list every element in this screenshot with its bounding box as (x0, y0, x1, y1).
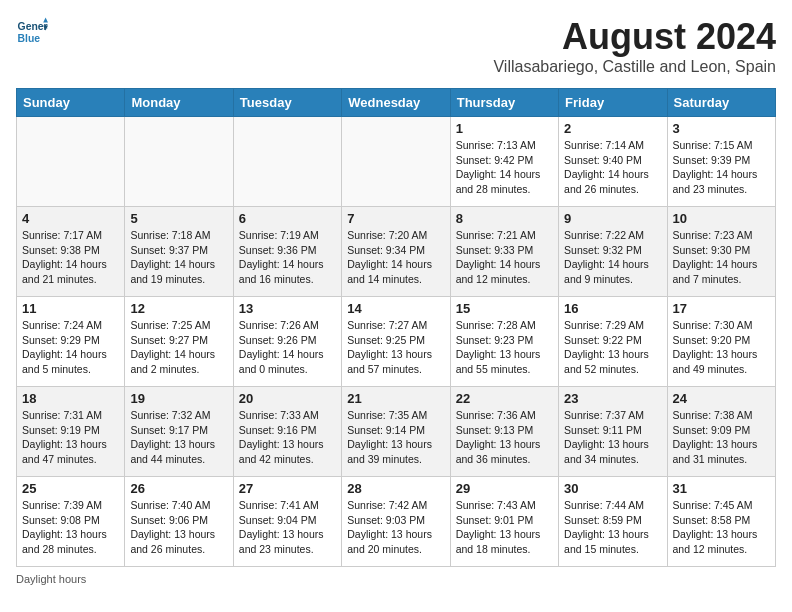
calendar-cell: 14Sunrise: 7:27 AM Sunset: 9:25 PM Dayli… (342, 297, 450, 387)
day-info: Sunrise: 7:21 AM Sunset: 9:33 PM Dayligh… (456, 228, 553, 287)
day-number: 13 (239, 301, 336, 316)
calendar-cell: 30Sunrise: 7:44 AM Sunset: 8:59 PM Dayli… (559, 477, 667, 567)
calendar-cell: 9Sunrise: 7:22 AM Sunset: 9:32 PM Daylig… (559, 207, 667, 297)
day-info: Sunrise: 7:14 AM Sunset: 9:40 PM Dayligh… (564, 138, 661, 197)
footer-note: Daylight hours (16, 573, 776, 585)
day-number: 30 (564, 481, 661, 496)
calendar-cell: 21Sunrise: 7:35 AM Sunset: 9:14 PM Dayli… (342, 387, 450, 477)
day-info: Sunrise: 7:15 AM Sunset: 9:39 PM Dayligh… (673, 138, 770, 197)
weekday-header-saturday: Saturday (667, 89, 775, 117)
day-info: Sunrise: 7:23 AM Sunset: 9:30 PM Dayligh… (673, 228, 770, 287)
day-info: Sunrise: 7:28 AM Sunset: 9:23 PM Dayligh… (456, 318, 553, 377)
day-info: Sunrise: 7:30 AM Sunset: 9:20 PM Dayligh… (673, 318, 770, 377)
calendar-cell: 1Sunrise: 7:13 AM Sunset: 9:42 PM Daylig… (450, 117, 558, 207)
calendar-cell: 24Sunrise: 7:38 AM Sunset: 9:09 PM Dayli… (667, 387, 775, 477)
calendar-cell (233, 117, 341, 207)
calendar-cell (17, 117, 125, 207)
day-number: 23 (564, 391, 661, 406)
day-number: 27 (239, 481, 336, 496)
day-info: Sunrise: 7:35 AM Sunset: 9:14 PM Dayligh… (347, 408, 444, 467)
day-number: 12 (130, 301, 227, 316)
calendar-cell: 12Sunrise: 7:25 AM Sunset: 9:27 PM Dayli… (125, 297, 233, 387)
day-number: 20 (239, 391, 336, 406)
day-number: 19 (130, 391, 227, 406)
day-number: 24 (673, 391, 770, 406)
day-info: Sunrise: 7:45 AM Sunset: 8:58 PM Dayligh… (673, 498, 770, 557)
day-number: 22 (456, 391, 553, 406)
calendar-cell: 20Sunrise: 7:33 AM Sunset: 9:16 PM Dayli… (233, 387, 341, 477)
day-info: Sunrise: 7:22 AM Sunset: 9:32 PM Dayligh… (564, 228, 661, 287)
day-number: 26 (130, 481, 227, 496)
day-info: Sunrise: 7:36 AM Sunset: 9:13 PM Dayligh… (456, 408, 553, 467)
calendar-week-2: 4Sunrise: 7:17 AM Sunset: 9:38 PM Daylig… (17, 207, 776, 297)
day-info: Sunrise: 7:38 AM Sunset: 9:09 PM Dayligh… (673, 408, 770, 467)
calendar-cell: 19Sunrise: 7:32 AM Sunset: 9:17 PM Dayli… (125, 387, 233, 477)
day-number: 10 (673, 211, 770, 226)
day-number: 17 (673, 301, 770, 316)
calendar-cell (125, 117, 233, 207)
calendar-week-4: 18Sunrise: 7:31 AM Sunset: 9:19 PM Dayli… (17, 387, 776, 477)
svg-marker-2 (43, 18, 48, 23)
day-info: Sunrise: 7:13 AM Sunset: 9:42 PM Dayligh… (456, 138, 553, 197)
calendar-cell: 27Sunrise: 7:41 AM Sunset: 9:04 PM Dayli… (233, 477, 341, 567)
day-info: Sunrise: 7:24 AM Sunset: 9:29 PM Dayligh… (22, 318, 119, 377)
logo: General Blue (16, 16, 48, 48)
calendar-cell: 28Sunrise: 7:42 AM Sunset: 9:03 PM Dayli… (342, 477, 450, 567)
day-info: Sunrise: 7:43 AM Sunset: 9:01 PM Dayligh… (456, 498, 553, 557)
weekday-header-monday: Monday (125, 89, 233, 117)
day-number: 7 (347, 211, 444, 226)
calendar-cell: 7Sunrise: 7:20 AM Sunset: 9:34 PM Daylig… (342, 207, 450, 297)
day-info: Sunrise: 7:25 AM Sunset: 9:27 PM Dayligh… (130, 318, 227, 377)
day-number: 1 (456, 121, 553, 136)
day-number: 31 (673, 481, 770, 496)
day-number: 4 (22, 211, 119, 226)
header: General Blue August 2024 Villasabariego,… (16, 16, 776, 76)
weekday-header-friday: Friday (559, 89, 667, 117)
day-number: 2 (564, 121, 661, 136)
day-number: 25 (22, 481, 119, 496)
calendar-cell: 5Sunrise: 7:18 AM Sunset: 9:37 PM Daylig… (125, 207, 233, 297)
calendar-week-5: 25Sunrise: 7:39 AM Sunset: 9:08 PM Dayli… (17, 477, 776, 567)
svg-text:Blue: Blue (18, 33, 41, 44)
day-info: Sunrise: 7:31 AM Sunset: 9:19 PM Dayligh… (22, 408, 119, 467)
day-number: 11 (22, 301, 119, 316)
svg-text:General: General (18, 21, 48, 32)
day-info: Sunrise: 7:44 AM Sunset: 8:59 PM Dayligh… (564, 498, 661, 557)
day-info: Sunrise: 7:42 AM Sunset: 9:03 PM Dayligh… (347, 498, 444, 557)
day-info: Sunrise: 7:33 AM Sunset: 9:16 PM Dayligh… (239, 408, 336, 467)
day-number: 8 (456, 211, 553, 226)
day-info: Sunrise: 7:27 AM Sunset: 9:25 PM Dayligh… (347, 318, 444, 377)
day-number: 5 (130, 211, 227, 226)
day-info: Sunrise: 7:26 AM Sunset: 9:26 PM Dayligh… (239, 318, 336, 377)
calendar-cell: 29Sunrise: 7:43 AM Sunset: 9:01 PM Dayli… (450, 477, 558, 567)
calendar-week-3: 11Sunrise: 7:24 AM Sunset: 9:29 PM Dayli… (17, 297, 776, 387)
day-info: Sunrise: 7:41 AM Sunset: 9:04 PM Dayligh… (239, 498, 336, 557)
location-title: Villasabariego, Castille and Leon, Spain (493, 58, 776, 76)
day-info: Sunrise: 7:17 AM Sunset: 9:38 PM Dayligh… (22, 228, 119, 287)
calendar-cell: 6Sunrise: 7:19 AM Sunset: 9:36 PM Daylig… (233, 207, 341, 297)
calendar-week-1: 1Sunrise: 7:13 AM Sunset: 9:42 PM Daylig… (17, 117, 776, 207)
day-number: 15 (456, 301, 553, 316)
calendar-cell: 25Sunrise: 7:39 AM Sunset: 9:08 PM Dayli… (17, 477, 125, 567)
calendar-cell: 8Sunrise: 7:21 AM Sunset: 9:33 PM Daylig… (450, 207, 558, 297)
day-number: 16 (564, 301, 661, 316)
title-area: August 2024 Villasabariego, Castille and… (493, 16, 776, 76)
calendar-table: SundayMondayTuesdayWednesdayThursdayFrid… (16, 88, 776, 567)
calendar-cell: 11Sunrise: 7:24 AM Sunset: 9:29 PM Dayli… (17, 297, 125, 387)
day-number: 28 (347, 481, 444, 496)
day-number: 29 (456, 481, 553, 496)
calendar-cell: 23Sunrise: 7:37 AM Sunset: 9:11 PM Dayli… (559, 387, 667, 477)
weekday-header-sunday: Sunday (17, 89, 125, 117)
weekday-header-thursday: Thursday (450, 89, 558, 117)
day-number: 9 (564, 211, 661, 226)
day-number: 6 (239, 211, 336, 226)
calendar-cell: 4Sunrise: 7:17 AM Sunset: 9:38 PM Daylig… (17, 207, 125, 297)
calendar-cell: 10Sunrise: 7:23 AM Sunset: 9:30 PM Dayli… (667, 207, 775, 297)
calendar-cell: 15Sunrise: 7:28 AM Sunset: 9:23 PM Dayli… (450, 297, 558, 387)
calendar-cell: 26Sunrise: 7:40 AM Sunset: 9:06 PM Dayli… (125, 477, 233, 567)
calendar-cell: 31Sunrise: 7:45 AM Sunset: 8:58 PM Dayli… (667, 477, 775, 567)
calendar-cell: 13Sunrise: 7:26 AM Sunset: 9:26 PM Dayli… (233, 297, 341, 387)
calendar-cell: 22Sunrise: 7:36 AM Sunset: 9:13 PM Dayli… (450, 387, 558, 477)
logo-icon: General Blue (16, 16, 48, 48)
day-info: Sunrise: 7:39 AM Sunset: 9:08 PM Dayligh… (22, 498, 119, 557)
